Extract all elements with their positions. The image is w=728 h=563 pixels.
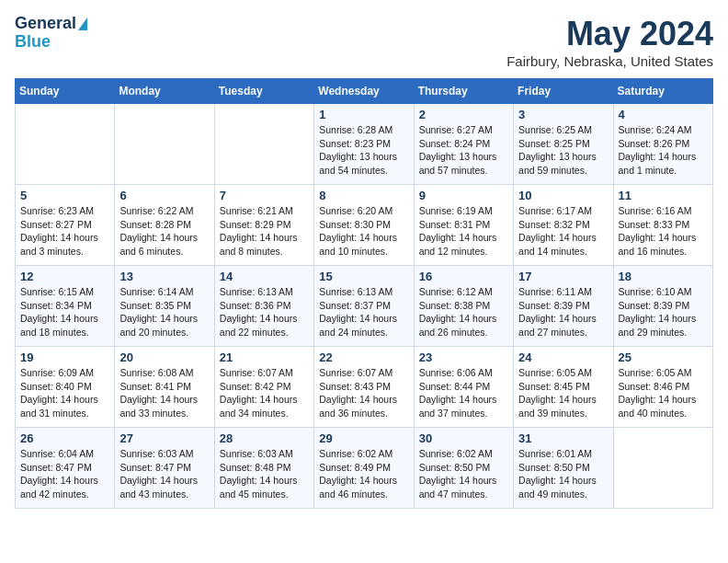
calendar-cell: 4Sunrise: 6:24 AM Sunset: 8:26 PM Daylig… — [613, 104, 712, 185]
day-number: 15 — [319, 270, 408, 283]
calendar-cell: 23Sunrise: 6:06 AM Sunset: 8:44 PM Dayli… — [414, 347, 513, 428]
day-info: Sunrise: 6:05 AM Sunset: 8:46 PM Dayligh… — [619, 366, 708, 420]
day-number: 24 — [518, 350, 608, 364]
day-number: 11 — [619, 189, 708, 202]
calendar-cell: 7Sunrise: 6:21 AM Sunset: 8:29 PM Daylig… — [214, 185, 313, 266]
day-number: 26 — [20, 431, 109, 445]
calendar-cell: 8Sunrise: 6:20 AM Sunset: 8:30 PM Daylig… — [314, 185, 414, 266]
weekday-header-wednesday: Wednesday — [314, 79, 414, 104]
calendar-cell: 18Sunrise: 6:10 AM Sunset: 8:39 PM Dayli… — [613, 266, 712, 347]
day-number: 29 — [319, 431, 408, 445]
day-number: 16 — [419, 270, 508, 283]
day-number: 6 — [119, 189, 209, 202]
logo-text-general: General — [15, 15, 76, 33]
day-info: Sunrise: 6:25 AM Sunset: 8:25 PM Dayligh… — [518, 123, 608, 178]
day-number: 25 — [619, 350, 708, 364]
calendar-cell: 15Sunrise: 6:13 AM Sunset: 8:37 PM Dayli… — [314, 266, 414, 347]
calendar-cell: 16Sunrise: 6:12 AM Sunset: 8:38 PM Dayli… — [414, 266, 513, 347]
calendar-cell: 17Sunrise: 6:11 AM Sunset: 8:39 PM Dayli… — [514, 266, 613, 347]
day-info: Sunrise: 6:03 AM Sunset: 8:48 PM Dayligh… — [220, 447, 309, 501]
day-info: Sunrise: 6:15 AM Sunset: 8:34 PM Dayligh… — [20, 285, 109, 339]
day-number: 9 — [419, 189, 508, 202]
day-number: 31 — [518, 431, 608, 445]
calendar-cell — [115, 104, 214, 185]
page-header: General Blue May 2024 Fairbury, Nebraska… — [15, 15, 713, 69]
day-number: 10 — [518, 189, 608, 202]
calendar-cell: 13Sunrise: 6:14 AM Sunset: 8:35 PM Dayli… — [115, 266, 214, 347]
day-info: Sunrise: 6:23 AM Sunset: 8:27 PM Dayligh… — [20, 204, 109, 259]
calendar-cell — [613, 428, 712, 509]
day-number: 13 — [119, 270, 209, 283]
day-info: Sunrise: 6:20 AM Sunset: 8:30 PM Dayligh… — [319, 204, 408, 259]
calendar-cell: 14Sunrise: 6:13 AM Sunset: 8:36 PM Dayli… — [214, 266, 313, 347]
day-number: 14 — [220, 270, 309, 283]
calendar-week-row: 12Sunrise: 6:15 AM Sunset: 8:34 PM Dayli… — [16, 266, 713, 347]
day-number: 5 — [20, 189, 109, 202]
calendar-week-row: 1Sunrise: 6:28 AM Sunset: 8:23 PM Daylig… — [16, 104, 713, 185]
day-number: 19 — [20, 350, 109, 364]
day-info: Sunrise: 6:12 AM Sunset: 8:38 PM Dayligh… — [419, 285, 508, 339]
day-info: Sunrise: 6:04 AM Sunset: 8:47 PM Dayligh… — [20, 447, 109, 501]
day-number: 4 — [619, 108, 708, 121]
day-number: 30 — [419, 431, 508, 445]
calendar-cell: 25Sunrise: 6:05 AM Sunset: 8:46 PM Dayli… — [613, 347, 712, 428]
day-number: 27 — [119, 431, 209, 445]
logo-text-blue: Blue — [15, 33, 51, 52]
day-info: Sunrise: 6:09 AM Sunset: 8:40 PM Dayligh… — [20, 366, 109, 420]
day-info: Sunrise: 6:06 AM Sunset: 8:44 PM Dayligh… — [419, 366, 508, 420]
day-number: 1 — [319, 108, 408, 121]
day-number: 3 — [518, 108, 608, 121]
day-info: Sunrise: 6:19 AM Sunset: 8:31 PM Dayligh… — [419, 204, 508, 259]
calendar-cell: 28Sunrise: 6:03 AM Sunset: 8:48 PM Dayli… — [214, 428, 313, 509]
calendar-cell: 26Sunrise: 6:04 AM Sunset: 8:47 PM Dayli… — [16, 428, 115, 509]
weekday-header-saturday: Saturday — [613, 79, 712, 104]
logo-icon — [78, 17, 87, 30]
weekday-header-row: SundayMondayTuesdayWednesdayThursdayFrid… — [16, 79, 713, 104]
day-info: Sunrise: 6:24 AM Sunset: 8:26 PM Dayligh… — [619, 123, 708, 178]
day-number: 17 — [518, 270, 608, 283]
calendar-cell: 22Sunrise: 6:07 AM Sunset: 8:43 PM Dayli… — [314, 347, 414, 428]
weekday-header-tuesday: Tuesday — [214, 79, 313, 104]
weekday-header-monday: Monday — [115, 79, 214, 104]
day-info: Sunrise: 6:22 AM Sunset: 8:28 PM Dayligh… — [119, 204, 209, 259]
day-info: Sunrise: 6:01 AM Sunset: 8:50 PM Dayligh… — [518, 447, 608, 501]
day-number: 2 — [419, 108, 508, 121]
day-info: Sunrise: 6:02 AM Sunset: 8:49 PM Dayligh… — [319, 447, 408, 501]
calendar-cell: 11Sunrise: 6:16 AM Sunset: 8:33 PM Dayli… — [613, 185, 712, 266]
day-info: Sunrise: 6:07 AM Sunset: 8:42 PM Dayligh… — [220, 366, 309, 420]
day-info: Sunrise: 6:08 AM Sunset: 8:41 PM Dayligh… — [119, 366, 209, 420]
calendar-cell — [16, 104, 115, 185]
day-info: Sunrise: 6:28 AM Sunset: 8:23 PM Dayligh… — [319, 123, 408, 178]
day-info: Sunrise: 6:07 AM Sunset: 8:43 PM Dayligh… — [319, 366, 408, 420]
location: Fairbury, Nebraska, United States — [506, 53, 713, 69]
day-info: Sunrise: 6:14 AM Sunset: 8:35 PM Dayligh… — [119, 285, 209, 339]
calendar-week-row: 26Sunrise: 6:04 AM Sunset: 8:47 PM Dayli… — [16, 428, 713, 509]
day-number: 18 — [619, 270, 708, 283]
calendar-cell: 27Sunrise: 6:03 AM Sunset: 8:47 PM Dayli… — [115, 428, 214, 509]
weekday-header-sunday: Sunday — [16, 79, 115, 104]
calendar-cell: 6Sunrise: 6:22 AM Sunset: 8:28 PM Daylig… — [115, 185, 214, 266]
calendar-cell — [214, 104, 313, 185]
calendar-cell: 19Sunrise: 6:09 AM Sunset: 8:40 PM Dayli… — [16, 347, 115, 428]
day-info: Sunrise: 6:16 AM Sunset: 8:33 PM Dayligh… — [619, 204, 708, 259]
day-number: 20 — [119, 350, 209, 364]
day-info: Sunrise: 6:11 AM Sunset: 8:39 PM Dayligh… — [518, 285, 608, 339]
calendar-cell: 12Sunrise: 6:15 AM Sunset: 8:34 PM Dayli… — [16, 266, 115, 347]
calendar-cell: 10Sunrise: 6:17 AM Sunset: 8:32 PM Dayli… — [514, 185, 613, 266]
day-number: 22 — [319, 350, 408, 364]
calendar-cell: 24Sunrise: 6:05 AM Sunset: 8:45 PM Dayli… — [514, 347, 613, 428]
month-title: May 2024 — [506, 15, 713, 53]
day-number: 23 — [419, 350, 508, 364]
calendar-cell: 21Sunrise: 6:07 AM Sunset: 8:42 PM Dayli… — [214, 347, 313, 428]
day-number: 28 — [220, 431, 309, 445]
calendar-cell: 20Sunrise: 6:08 AM Sunset: 8:41 PM Dayli… — [115, 347, 214, 428]
day-info: Sunrise: 6:17 AM Sunset: 8:32 PM Dayligh… — [518, 204, 608, 259]
calendar-cell: 30Sunrise: 6:02 AM Sunset: 8:50 PM Dayli… — [414, 428, 513, 509]
calendar-cell: 9Sunrise: 6:19 AM Sunset: 8:31 PM Daylig… — [414, 185, 513, 266]
calendar-cell: 5Sunrise: 6:23 AM Sunset: 8:27 PM Daylig… — [16, 185, 115, 266]
day-number: 7 — [220, 189, 309, 202]
logo: General Blue — [15, 15, 87, 52]
day-number: 8 — [319, 189, 408, 202]
day-info: Sunrise: 6:05 AM Sunset: 8:45 PM Dayligh… — [518, 366, 608, 420]
calendar-cell: 2Sunrise: 6:27 AM Sunset: 8:24 PM Daylig… — [414, 104, 513, 185]
